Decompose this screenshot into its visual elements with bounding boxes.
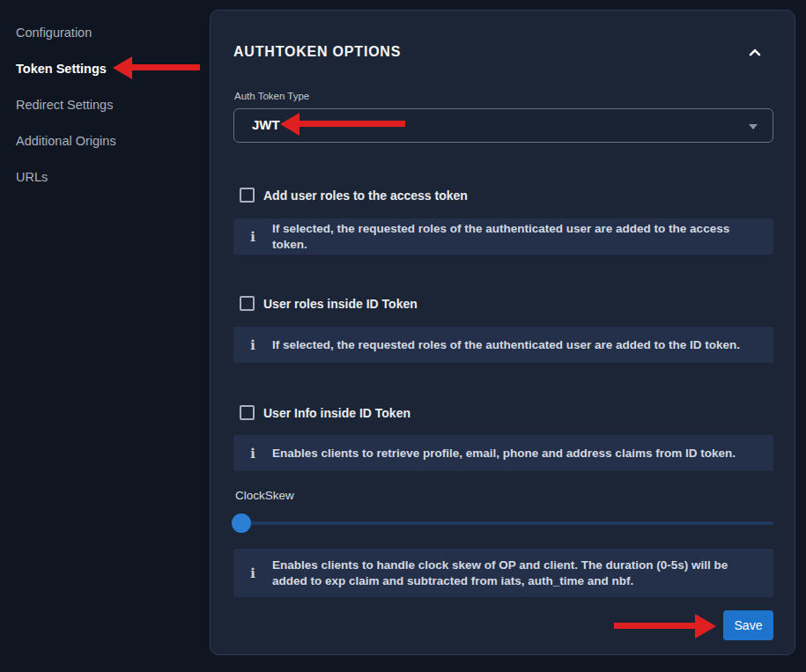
sidebar-item-additional-origins[interactable]: Additional Origins [16, 133, 116, 149]
info-box-id-token-roles: ℹ If selected, the requested roles of th… [233, 327, 773, 363]
auth-token-type-label: Auth Token Type [234, 91, 309, 101]
auth-token-type-select[interactable]: JWT [233, 108, 773, 143]
sidebar-item-configuration[interactable]: Configuration [16, 25, 92, 41]
authtoken-options-panel: AUTHTOKEN OPTIONS Auth Token Type JWT Ad… [210, 10, 795, 655]
checkbox-label: Add user roles to the access token [263, 188, 468, 203]
info-text: If selected, the requested roles of the … [272, 221, 773, 253]
clockskew-slider-thumb[interactable] [232, 513, 251, 533]
info-text: If selected, the requested roles of the … [272, 337, 773, 353]
clockskew-slider-track[interactable] [233, 521, 773, 525]
sidebar-item-redirect-settings[interactable]: Redirect Settings [16, 97, 113, 113]
token-settings-page: Configuration Token Settings Redirect Se… [0, 0, 806, 672]
save-button[interactable]: Save [723, 610, 773, 640]
arrow-tail [131, 64, 200, 70]
clockskew-label: ClockSkew [235, 489, 294, 502]
auth-token-type-value: JWT [252, 117, 280, 132]
info-icon: ℹ [233, 337, 272, 353]
arrow-head-icon [113, 56, 132, 79]
checkbox-label: User roles inside ID Token [263, 297, 418, 311]
checkbox-add-user-roles-access-token[interactable] [240, 188, 255, 203]
checkbox-user-roles-id-token[interactable] [240, 296, 255, 311]
info-box-access-token: ℹ If selected, the requested roles of th… [233, 218, 773, 255]
info-icon: ℹ [233, 229, 272, 245]
chevron-up-icon [749, 48, 761, 61]
checkbox-user-info-id-token[interactable] [240, 405, 255, 420]
info-icon: ℹ [233, 565, 272, 581]
caret-down-icon [749, 124, 758, 129]
sidebar-item-token-settings[interactable]: Token Settings [16, 61, 107, 77]
sidebar-item-urls[interactable]: URLs [16, 169, 48, 185]
panel-title: AUTHTOKEN OPTIONS [233, 44, 401, 60]
info-icon: ℹ [233, 446, 272, 462]
info-box-clockskew: ℹ Enables clients to handle clock skew o… [233, 549, 773, 597]
info-box-user-info: ℹ Enables clients to retrieve profile, e… [233, 435, 773, 471]
collapse-section-button[interactable] [747, 46, 765, 60]
checkbox-label: User Info inside ID Token [263, 406, 410, 420]
info-text: Enables clients to retrieve profile, ema… [272, 446, 773, 462]
info-text: Enables clients to handle clock skew of … [272, 558, 773, 589]
